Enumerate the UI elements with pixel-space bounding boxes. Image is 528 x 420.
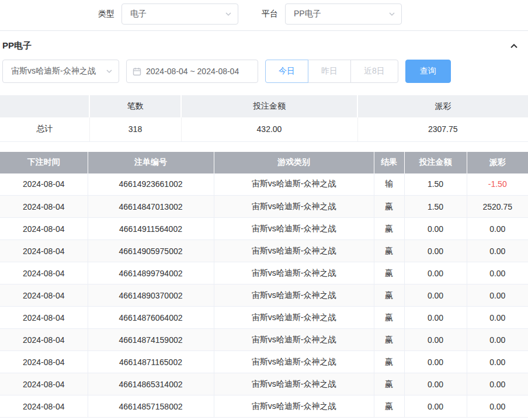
cell-game-type: 宙斯vs哈迪斯-众神之战 bbox=[214, 373, 374, 395]
cell-bet-time: 2024-08-04 bbox=[0, 284, 88, 307]
cell-order-id: 46614899794002 bbox=[88, 262, 214, 284]
cell-payout: 0.00 bbox=[467, 329, 528, 351]
cell-bet-amount: 0.00 bbox=[404, 329, 467, 351]
cell-bet-time: 2024-08-04 bbox=[0, 173, 88, 196]
cell-bet-time: 2024-08-04 bbox=[0, 196, 88, 218]
table-row: 2024-08-04 46614857158002 宙斯vs哈迪斯-众神之战 赢… bbox=[0, 395, 528, 418]
cell-payout: 0.00 bbox=[467, 373, 528, 395]
cell-payout: 2520.75 bbox=[467, 196, 528, 218]
search-button[interactable]: 查询 bbox=[405, 60, 451, 83]
cell-game-type: 宙斯vs哈迪斯-众神之战 bbox=[214, 284, 374, 307]
table-row: 2024-08-04 46614899794002 宙斯vs哈迪斯-众神之战 赢… bbox=[0, 262, 528, 284]
summary-header-blank bbox=[0, 95, 89, 117]
cell-game-type: 宙斯vs哈迪斯-众神之战 bbox=[214, 329, 374, 351]
cell-game-type: 宙斯vs哈迪斯-众神之战 bbox=[214, 262, 374, 284]
cell-order-id: 46614923661002 bbox=[88, 173, 214, 196]
cell-payout: 0.00 bbox=[467, 395, 528, 418]
cell-bet-time: 2024-08-04 bbox=[0, 373, 88, 395]
today-button[interactable]: 今日 bbox=[265, 60, 308, 83]
cell-result: 赢 bbox=[374, 262, 404, 284]
cell-result: 输 bbox=[374, 173, 404, 196]
last-8-days-button[interactable]: 近8日 bbox=[350, 60, 398, 83]
header-order-id: 注单编号 bbox=[88, 152, 214, 173]
chevron-down-icon bbox=[225, 11, 232, 18]
table-row: 2024-08-04 46614905975002 宙斯vs哈迪斯-众神之战 赢… bbox=[0, 240, 528, 262]
header-payout: 派彩 bbox=[467, 152, 528, 173]
summary-total-row: 总计 318 432.00 2307.75 bbox=[0, 117, 528, 141]
table-row: 2024-08-04 46614890370002 宙斯vs哈迪斯-众神之战 赢… bbox=[0, 284, 528, 307]
chevron-up-icon[interactable] bbox=[509, 41, 519, 51]
cell-result: 赢 bbox=[374, 373, 404, 395]
cell-result: 赢 bbox=[374, 240, 404, 262]
cell-bet-amount: 0.00 bbox=[404, 240, 467, 262]
header-bet-amount: 投注金额 bbox=[404, 152, 467, 173]
bet-table: 下注时间 注单编号 游戏类别 结果 投注金额 派彩 2024-08-04 466… bbox=[0, 152, 528, 418]
cell-bet-time: 2024-08-04 bbox=[0, 307, 88, 329]
header-result: 结果 bbox=[374, 152, 404, 173]
cell-order-id: 46614871165002 bbox=[88, 351, 214, 373]
table-row: 2024-08-04 46614871165002 宙斯vs哈迪斯-众神之战 赢… bbox=[0, 351, 528, 373]
cell-payout: -1.50 bbox=[467, 173, 528, 196]
platform-select-value: PP电子 bbox=[294, 9, 321, 19]
summary-total-payout: 2307.75 bbox=[357, 117, 528, 141]
cell-result: 赢 bbox=[374, 284, 404, 307]
date-range-value: 2024-08-04 ~ 2024-08-04 bbox=[146, 67, 239, 76]
platform-select[interactable]: PP电子 bbox=[285, 4, 402, 25]
cell-bet-amount: 0.00 bbox=[404, 395, 467, 418]
toolbar: 宙斯vs哈迪斯-众神之战 2024-08-04 ~ 2024-08-04 今日 … bbox=[0, 60, 528, 83]
date-range-picker[interactable]: 2024-08-04 ~ 2024-08-04 bbox=[126, 60, 258, 83]
summary-header-bet-amount: 投注金额 bbox=[181, 95, 357, 117]
cell-payout: 0.00 bbox=[467, 307, 528, 329]
table-row: 2024-08-04 46614876064002 宙斯vs哈迪斯-众神之战 赢… bbox=[0, 307, 528, 329]
cell-bet-amount: 0.00 bbox=[404, 284, 467, 307]
cell-result: 赢 bbox=[374, 307, 404, 329]
yesterday-button[interactable]: 昨日 bbox=[308, 60, 351, 83]
summary-header-row: 笔数 投注金额 派彩 bbox=[0, 95, 528, 117]
cell-game-type: 宙斯vs哈迪斯-众神之战 bbox=[214, 173, 374, 196]
summary-table: 笔数 投注金额 派彩 总计 318 432.00 2307.75 bbox=[0, 95, 528, 142]
summary-total-count: 318 bbox=[89, 117, 181, 141]
cell-order-id: 46614865314002 bbox=[88, 373, 214, 395]
calendar-icon bbox=[133, 67, 141, 76]
cell-bet-amount: 0.00 bbox=[404, 373, 467, 395]
cell-order-id: 46614905975002 bbox=[88, 240, 214, 262]
cell-payout: 0.00 bbox=[467, 240, 528, 262]
cell-payout: 0.00 bbox=[467, 262, 528, 284]
cell-bet-amount: 0.00 bbox=[404, 262, 467, 284]
cell-order-id: 46614890370002 bbox=[88, 284, 214, 307]
type-label: 类型 bbox=[98, 9, 114, 19]
cell-order-id: 46614857158002 bbox=[88, 395, 214, 418]
cell-bet-time: 2024-08-04 bbox=[0, 351, 88, 373]
chevron-down-icon bbox=[106, 68, 113, 75]
cell-result: 赢 bbox=[374, 351, 404, 373]
cell-result: 赢 bbox=[374, 218, 404, 240]
table-row: 2024-08-04 46614865314002 宙斯vs哈迪斯-众神之战 赢… bbox=[0, 373, 528, 395]
cell-result: 赢 bbox=[374, 395, 404, 418]
cell-bet-amount: 1.50 bbox=[404, 173, 467, 196]
bet-table-body: 2024-08-04 46614923661002 宙斯vs哈迪斯-众神之战 输… bbox=[0, 173, 528, 418]
cell-bet-amount: 0.00 bbox=[404, 351, 467, 373]
section-header: PP电子 bbox=[0, 31, 528, 60]
chevron-down-icon bbox=[388, 11, 395, 18]
summary-total-bet-amount: 432.00 bbox=[181, 117, 357, 141]
cell-order-id: 46614876064002 bbox=[88, 307, 214, 329]
cell-bet-amount: 0.00 bbox=[404, 218, 467, 240]
platform-label: 平台 bbox=[262, 9, 278, 19]
game-select[interactable]: 宙斯vs哈迪斯-众神之战 bbox=[2, 60, 119, 83]
section-title: PP电子 bbox=[2, 40, 32, 51]
table-row: 2024-08-04 46614923661002 宙斯vs哈迪斯-众神之战 输… bbox=[0, 173, 528, 196]
cell-bet-time: 2024-08-04 bbox=[0, 329, 88, 351]
cell-payout: 0.00 bbox=[467, 284, 528, 307]
cell-game-type: 宙斯vs哈迪斯-众神之战 bbox=[214, 240, 374, 262]
table-row: 2024-08-04 46614847013002 宙斯vs哈迪斯-众神之战 赢… bbox=[0, 196, 528, 218]
cell-game-type: 宙斯vs哈迪斯-众神之战 bbox=[214, 395, 374, 418]
type-select[interactable]: 电子 bbox=[121, 4, 238, 25]
cell-order-id: 46614874159002 bbox=[88, 329, 214, 351]
bet-table-header-row: 下注时间 注单编号 游戏类别 结果 投注金额 派彩 bbox=[0, 152, 528, 173]
header-bet-time: 下注时间 bbox=[0, 152, 88, 173]
cell-game-type: 宙斯vs哈迪斯-众神之战 bbox=[214, 196, 374, 218]
cell-bet-amount: 0.00 bbox=[404, 307, 467, 329]
cell-order-id: 46614847013002 bbox=[88, 196, 214, 218]
quick-date-button-group: 今日 昨日 近8日 bbox=[265, 60, 398, 83]
summary-header-count: 笔数 bbox=[89, 95, 181, 117]
